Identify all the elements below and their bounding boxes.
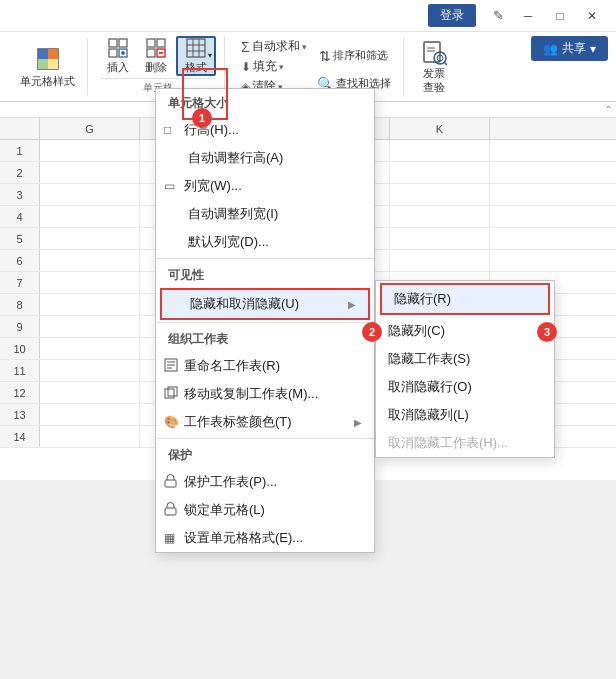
invoice-icon <box>420 39 448 65</box>
ribbon-collapse-icon[interactable]: ⌃ <box>604 104 612 115</box>
insert-icon <box>104 37 132 59</box>
row-height-icon: □ <box>164 123 171 137</box>
divider3 <box>156 438 374 439</box>
unhide-row-item[interactable]: 取消隐藏行(O) <box>376 373 554 401</box>
cell-size-section-title: 单元格大小 <box>156 89 374 116</box>
col-width-icon: ▭ <box>164 179 175 193</box>
unhide-col-item[interactable]: 取消隐藏列(L) <box>376 401 554 429</box>
svg-line-24 <box>444 63 447 66</box>
insert-button[interactable]: 插入 <box>100 36 136 76</box>
col-header-k: K <box>390 118 490 139</box>
lock-cell-icon <box>164 502 177 519</box>
hide-unhide-arrow: ▶ <box>348 299 356 310</box>
svg-rect-13 <box>147 49 155 57</box>
svg-rect-1 <box>38 49 48 59</box>
login-button[interactable]: 登录 <box>428 4 476 27</box>
cell-style-icon <box>34 45 62 73</box>
maximize-button[interactable]: □ <box>544 2 576 30</box>
hide-row-item[interactable]: 隐藏行(R) <box>380 283 550 315</box>
protect-sheet-icon <box>164 474 177 491</box>
format-icon <box>182 37 210 59</box>
unhide-sheet-item: 取消隐藏工作表(H)... <box>376 429 554 457</box>
close-button[interactable]: ✕ <box>576 2 608 30</box>
default-col-item[interactable]: 默认列宽(D)... <box>156 228 374 256</box>
hide-unhide-submenu: 隐藏行(R) 隐藏列(C) 隐藏工作表(S) 取消隐藏行(O) 取消隐藏列(L)… <box>375 280 555 458</box>
divider1 <box>156 258 374 259</box>
format-button[interactable]: 格式 ▾ <box>176 36 216 76</box>
format-cell-icon: ▦ <box>164 531 175 545</box>
svg-rect-12 <box>157 39 165 47</box>
visibility-section-title: 可见性 <box>156 261 374 288</box>
hide-unhide-item[interactable]: 隐藏和取消隐藏(U) ▶ <box>160 288 370 320</box>
sort-filter-icon: ⇅ <box>319 48 331 64</box>
svg-rect-32 <box>168 387 177 396</box>
format-cell-item[interactable]: ▦ 设置单元格格式(E)... <box>156 524 374 552</box>
svg-rect-2 <box>48 49 58 59</box>
tab-color-arrow: ▶ <box>354 417 362 428</box>
col-header-g: G <box>40 118 140 139</box>
delete-icon <box>142 37 170 59</box>
row-num-header <box>0 118 40 139</box>
organize-section-title: 组织工作表 <box>156 325 374 352</box>
divider2 <box>156 322 374 323</box>
title-bar: 登录 ✎ ─ □ ✕ <box>0 0 616 32</box>
svg-rect-33 <box>165 480 176 487</box>
delete-button[interactable]: 删除 <box>138 36 174 76</box>
ribbon-group-invoice: 发票查验 <box>408 39 460 95</box>
invoice-button[interactable]: 发票查验 <box>416 39 452 95</box>
svg-rect-7 <box>109 49 117 57</box>
svg-rect-11 <box>147 39 155 47</box>
lock-cell-item[interactable]: 锁定单元格(L) <box>156 496 374 524</box>
svg-rect-16 <box>187 39 205 57</box>
move-copy-item[interactable]: 移动或复制工作表(M)... <box>156 380 374 408</box>
share-button[interactable]: 👥 共享 ▾ <box>531 36 608 61</box>
tab-color-icon: 🎨 <box>164 415 179 429</box>
auto-col-item[interactable]: 自动调整列宽(I) <box>156 200 374 228</box>
edit-icon[interactable]: ✎ <box>484 2 512 30</box>
minimize-button[interactable]: ─ <box>512 2 544 30</box>
rename-icon <box>164 358 178 375</box>
share-icon: 👥 <box>543 42 558 56</box>
fill-button[interactable]: ⬇ 填充 ▾ <box>237 57 288 77</box>
svg-rect-31 <box>165 389 174 398</box>
badge-3: 3 <box>537 322 557 342</box>
tab-color-item[interactable]: 🎨 工作表标签颜色(T) ▶ <box>156 408 374 436</box>
row-height-item[interactable]: □ 行高(H)... <box>156 116 374 144</box>
sort-filter-button[interactable]: ⇅ 排序和筛选 <box>313 43 395 69</box>
cell-style-button[interactable]: 单元格样式 <box>16 39 79 95</box>
protect-section-title: 保护 <box>156 441 374 468</box>
col-width-item[interactable]: ▭ 列宽(W)... <box>156 172 374 200</box>
svg-rect-4 <box>48 59 58 69</box>
svg-rect-6 <box>119 39 127 47</box>
autosum-button[interactable]: Σ 自动求和 ▾ <box>237 37 311 57</box>
hide-col-item[interactable]: 隐藏列(C) <box>376 317 554 345</box>
move-copy-icon <box>164 386 178 403</box>
cell-style-label: 单元格样式 <box>20 75 75 88</box>
badge-1: 1 <box>192 108 212 128</box>
badge-2: 2 <box>362 322 382 342</box>
fill-icon: ⬇ <box>241 60 251 74</box>
ribbon-group-cell-style: 单元格样式 <box>8 39 88 95</box>
share-dropdown-icon: ▾ <box>590 42 596 56</box>
svg-rect-5 <box>109 39 117 47</box>
autosum-icon: Σ <box>241 39 250 55</box>
hide-sheet-item[interactable]: 隐藏工作表(S) <box>376 345 554 373</box>
invoice-label: 发票查验 <box>423 67 445 93</box>
protect-sheet-item[interactable]: 保护工作表(P)... <box>156 468 374 496</box>
format-dropdown: 单元格大小 □ 行高(H)... 自动调整行高(A) ▭ 列宽(W)... 自动… <box>155 88 375 553</box>
rename-item[interactable]: 重命名工作表(R) <box>156 352 374 380</box>
svg-rect-34 <box>165 508 176 515</box>
auto-row-item[interactable]: 自动调整行高(A) <box>156 144 374 172</box>
svg-rect-3 <box>38 59 48 69</box>
